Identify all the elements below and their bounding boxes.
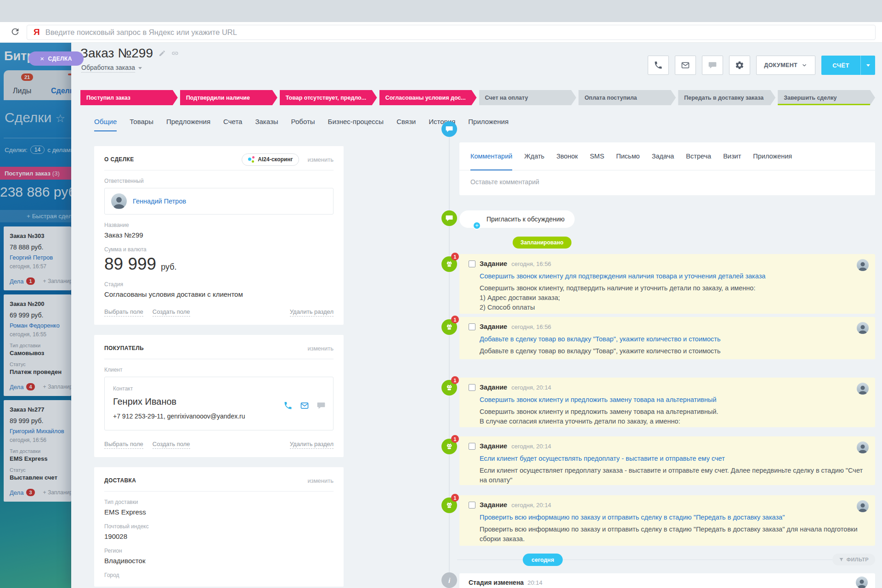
tab-robots[interactable]: Роботы — [291, 118, 315, 131]
task-title-link[interactable]: Если клиент будет осуществлять предоплат… — [480, 455, 866, 462]
stage-chip[interactable]: Товар отсутствует, предло... — [280, 90, 377, 105]
tab-comment[interactable]: Комментарий — [470, 143, 512, 170]
slideover-deal-tab[interactable]: × СДЕЛКА — [28, 51, 84, 66]
call-button[interactable] — [648, 56, 669, 75]
task-time: сегодня, 16:56 — [511, 260, 551, 267]
tab-bizproc[interactable]: Бизнес-процессы — [328, 118, 384, 131]
notification-badge: 1 — [451, 253, 459, 260]
stage-chip[interactable]: Подтвердили наличие — [180, 90, 277, 105]
invite-to-discussion-button[interactable]: + Пригласить к обсуждению — [459, 210, 575, 228]
pipeline-selector[interactable]: Обработка заказа — [81, 64, 142, 73]
comment-input[interactable]: Оставьте комментарий — [459, 170, 875, 193]
responsible-field[interactable]: Геннадий Петров — [104, 188, 334, 215]
edit-link[interactable]: изменить — [307, 477, 334, 484]
create-field-link[interactable]: Создать поле — [153, 441, 190, 449]
deal-name-value[interactable]: Заказ №299 — [104, 231, 334, 239]
tab-orders[interactable]: Заказы — [255, 118, 278, 131]
app-area: Битрикс 21 Лиды Сделки Сделки ☆ Сделки: … — [0, 43, 882, 588]
tab-meeting[interactable]: Встреча — [686, 143, 711, 170]
chat-button[interactable] — [702, 56, 723, 75]
task-title-link[interactable]: Совершить звонок клиенту для подтвержден… — [480, 272, 866, 280]
edit-link[interactable]: изменить — [307, 345, 334, 352]
reload-icon[interactable] — [9, 26, 21, 38]
tab-apps[interactable]: Приложения — [468, 118, 509, 131]
today-badge[interactable]: сегодня — [523, 554, 563, 566]
invoice-dropdown-arrow[interactable] — [860, 56, 875, 75]
field-label: Тип доставки — [104, 499, 334, 505]
task-title-link[interactable]: Добавьте в сделку товар во вкладку "Това… — [480, 335, 866, 343]
comment-icon — [441, 121, 457, 137]
delivery-type-value[interactable]: EMS Express — [104, 508, 334, 516]
section-buyer: ПОКУПАТЕЛЬ изменить Клиент Контакт Генри… — [94, 335, 344, 457]
tab-call[interactable]: Звонок — [556, 143, 578, 170]
task-body: Добавьте в сделку товар во вкладку "Това… — [480, 346, 866, 356]
notification-badge: 1 — [451, 435, 459, 443]
task-card: Задание сегодня, 20:14 Проверить всю инф… — [459, 495, 875, 546]
ai-scoring-button[interactable]: AI24-скоринг — [242, 153, 299, 166]
section-title: ДОСТАВКА — [104, 477, 136, 484]
task-time: сегодня, 16:56 — [511, 323, 551, 330]
task-checkbox[interactable] — [469, 502, 475, 509]
tab-task[interactable]: Задача — [652, 143, 674, 170]
create-field-link[interactable]: Создать поле — [153, 308, 190, 317]
address-bar[interactable]: Я Введите поисковый запрос в Яндекс или … — [27, 25, 876, 40]
invoice-button[interactable]: СЧЁТ — [821, 56, 875, 75]
task-title-link[interactable]: Совершить звонок клиенту и предложить за… — [480, 396, 866, 403]
copy-link-icon[interactable] — [171, 50, 179, 57]
tab-letter[interactable]: Письмо — [616, 143, 639, 170]
select-field-link[interactable]: Выбрать поле — [104, 308, 143, 317]
task-checkbox[interactable] — [469, 260, 475, 267]
stage-chip[interactable]: Согласованы условия дос... — [379, 90, 477, 105]
delete-section-link[interactable]: Удалить раздел — [290, 441, 334, 449]
tab-quotes[interactable]: Предложения — [166, 118, 210, 131]
tab-links[interactable]: Связи — [396, 118, 416, 131]
settings-gear-icon[interactable] — [729, 56, 750, 75]
region-value[interactable]: Владивосток — [104, 557, 334, 565]
pipeline-name[interactable]: Обработка заказа — [81, 64, 135, 73]
stage-chip[interactable]: Оплата поступила — [578, 90, 676, 105]
task-checkbox[interactable] — [469, 384, 475, 391]
responsible-name-link[interactable]: Геннадий Петров — [133, 198, 186, 205]
filter-button[interactable]: ФИЛЬТР — [832, 554, 875, 565]
tab-visit[interactable]: Визит — [723, 143, 741, 170]
field-label: Сумма и валюта — [104, 246, 334, 253]
browser-chrome-top — [0, 0, 882, 22]
composer-tabs: Комментарий Ждать Звонок SMS Письмо Зада… — [459, 142, 875, 170]
tab-applications[interactable]: Приложения — [753, 143, 792, 170]
email-button[interactable] — [675, 56, 696, 75]
section-about-deal: О СДЕЛКЕ AI24-скоринг изменить Ответстве… — [94, 146, 344, 325]
contact-call-icon[interactable] — [283, 401, 293, 410]
tab-wait[interactable]: Ждать — [524, 143, 544, 170]
contact-email-icon[interactable] — [300, 401, 309, 410]
select-field-link[interactable]: Выбрать поле — [104, 441, 143, 449]
edit-pencil-icon[interactable] — [158, 50, 166, 57]
tab-invoices[interactable]: Счета — [223, 118, 242, 131]
stage-chip[interactable]: Передать в доставку заказа — [678, 90, 775, 105]
task-type: Задание — [480, 442, 507, 450]
field-label: Ответственный — [104, 178, 334, 184]
stage-bar: Поступил заказ Подтвердили наличие Товар… — [80, 90, 875, 105]
tab-sms[interactable]: SMS — [590, 143, 604, 170]
zip-value[interactable]: 190028 — [104, 532, 334, 540]
close-icon[interactable]: × — [40, 55, 44, 62]
delete-section-link[interactable]: Удалить раздел — [290, 308, 334, 317]
stage-chip[interactable]: Завершить сделку — [778, 90, 875, 105]
notification-badge: 1 — [451, 494, 459, 502]
tab-general[interactable]: Общие — [94, 118, 117, 131]
stage-chip[interactable]: Счет на оплату — [479, 90, 577, 105]
task-checkbox[interactable] — [469, 443, 475, 450]
edit-link[interactable]: изменить — [307, 156, 334, 163]
browser-bar: Я Введите поисковый запрос в Яндекс или … — [0, 22, 882, 43]
task-title-link[interactable]: Проверить всю информацию по заказу и отп… — [480, 514, 866, 521]
task-checkbox[interactable] — [469, 323, 475, 330]
stage-changed-time: 20:14 — [527, 579, 543, 586]
deal-stage-value[interactable]: Согласованы условия доставки с клиентом — [104, 290, 334, 298]
client-card: Контакт Генрих Иванов +7 912 253-29-11, … — [104, 377, 334, 430]
document-button[interactable]: ДОКУМЕНТ — [756, 56, 815, 75]
deal-amount-value[interactable]: 89 999руб. — [104, 254, 334, 274]
avatar — [857, 259, 869, 271]
stage-chip[interactable]: Поступил заказ — [80, 90, 178, 105]
tab-products[interactable]: Товары — [130, 118, 153, 131]
contact-chat-icon[interactable] — [317, 401, 326, 410]
field-label: Город — [104, 572, 334, 578]
